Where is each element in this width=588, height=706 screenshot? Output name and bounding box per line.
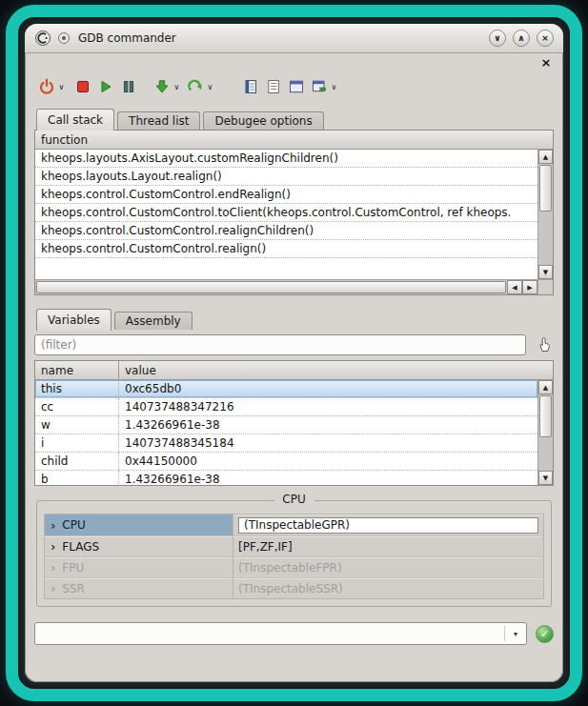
power-button[interactable]	[36, 77, 56, 96]
var-value-cell: 140737488347216	[119, 398, 537, 415]
filter-input[interactable]	[34, 334, 526, 355]
filter-hand-button[interactable]	[535, 335, 554, 354]
callstack-row[interactable]: kheops.control.CustomControl.realignChil…	[35, 222, 537, 240]
cpu-row[interactable]: › FLAGS [PF,ZF,IF]	[45, 535, 543, 556]
table-row[interactable]: cc 140737488347216	[35, 398, 537, 416]
run-button[interactable]	[95, 77, 115, 96]
pause-button[interactable]	[118, 77, 138, 96]
close-button[interactable]: ×	[537, 30, 554, 47]
variables-panel: name value this 0xc65db0 cc 140737488347…	[34, 360, 554, 486]
scrollbar-handle[interactable]	[539, 165, 552, 212]
maximize-button[interactable]: ∧	[513, 30, 530, 47]
tab-assembly[interactable]: Assembly	[114, 312, 193, 330]
command-bar: ▾ ✓	[34, 622, 554, 645]
var-name-cell: w	[35, 416, 119, 434]
scroll-up-icon[interactable]: ▲	[538, 150, 553, 164]
client-area: × ∨	[25, 53, 563, 682]
callstack-row[interactable]: kheops.control.CustomControl.endRealign(…	[35, 186, 537, 204]
scroll-down-icon[interactable]: ▼	[538, 471, 553, 485]
cpu-group-title: CPU	[274, 493, 314, 506]
variables-vertical-scrollbar[interactable]: ▲ ▼	[537, 380, 553, 485]
scrollbar-track[interactable]	[538, 394, 553, 471]
scrollbar-track[interactable]	[538, 164, 553, 265]
cpu-value-field[interactable]: (TInspectableGPR)	[238, 517, 538, 534]
scroll-down-icon[interactable]: ▼	[538, 265, 553, 279]
cpu-row[interactable]: › SSR (TInspectableSSR)	[45, 577, 543, 598]
hand-icon	[537, 336, 552, 353]
cpu-row-label: SSR	[62, 582, 85, 595]
table-row[interactable]: w 1.43266961e-38	[35, 416, 537, 434]
var-value-cell: 140737488345184	[119, 434, 537, 452]
spacer	[34, 295, 554, 307]
tab-variables[interactable]: Variables	[36, 309, 112, 331]
tab-call-stack[interactable]: Call stack	[36, 109, 114, 131]
callstack-horizontal-scrollbar[interactable]: ◀ ▶	[35, 279, 537, 294]
minimize-button[interactable]: ∨	[489, 30, 506, 47]
window-menu-icon[interactable]	[58, 32, 70, 44]
cpu-value-cell: (TInspectableFPR)	[233, 557, 543, 577]
command-combobox[interactable]: ▾	[34, 622, 527, 645]
dock-close-icon: ×	[541, 55, 552, 70]
variables-header: name value	[35, 361, 553, 380]
column-header-name[interactable]: name	[35, 361, 119, 379]
cpu-name-cell[interactable]: › CPU	[45, 514, 233, 535]
power-dropdown-icon[interactable]: ∨	[56, 83, 67, 91]
titlebar[interactable]: GDB commander ∨ ∧ ×	[25, 24, 563, 53]
column-header-value[interactable]: value	[119, 361, 553, 379]
expand-icon[interactable]: ›	[51, 561, 55, 574]
scrollbar-handle[interactable]	[539, 395, 552, 437]
callstack-column-header[interactable]: function	[35, 131, 553, 150]
step-dropdown-icon[interactable]: ∨	[172, 83, 182, 91]
window-frame: GDB commander ∨ ∧ × × ∨	[6, 5, 582, 701]
commands-dropdown-icon[interactable]: ∨	[329, 83, 339, 91]
stop-button[interactable]	[72, 77, 92, 96]
callstack-row[interactable]: kheops.control.CustomControl.realign()	[35, 240, 537, 258]
continue-button[interactable]	[185, 77, 205, 96]
callstack-row[interactable]: kheops.layouts.Layout.realign()	[35, 168, 537, 186]
scroll-up-icon[interactable]: ▲	[538, 380, 553, 394]
gdb-doc-button[interactable]	[240, 77, 260, 96]
window-title: GDB commander	[78, 31, 176, 45]
tab-thread-list[interactable]: Thread list	[117, 111, 200, 130]
table-row[interactable]: child 0x44150000	[35, 453, 537, 471]
run-icon	[97, 78, 114, 95]
cpu-row-label: CPU	[62, 518, 85, 532]
callstack-row[interactable]: kheops.layouts.AxisLayout.customRealignC…	[35, 150, 537, 168]
scrollbar-handle[interactable]	[36, 281, 506, 293]
scroll-left-icon[interactable]: ◀	[507, 280, 522, 294]
expand-icon[interactable]: ›	[51, 540, 55, 553]
expand-icon[interactable]: ›	[51, 582, 55, 595]
send-command-button[interactable]: ✓	[536, 625, 554, 643]
commands-window-button[interactable]	[309, 77, 329, 96]
filter-row	[34, 330, 554, 360]
cpu-name-cell[interactable]: › FPU	[45, 557, 233, 577]
output-doc-button[interactable]	[263, 77, 283, 96]
pause-icon	[120, 78, 137, 95]
expand-icon[interactable]: ›	[51, 519, 55, 532]
tab-debugee-options[interactable]: Debugee options	[203, 111, 323, 130]
callstack-panel: function kheops.layouts.AxisLayout.custo…	[34, 130, 554, 295]
cpu-name-cell[interactable]: › FLAGS	[45, 536, 233, 556]
stop-icon	[74, 78, 91, 95]
var-value-cell: 1.43266961e-38	[119, 416, 537, 434]
dock-close-button[interactable]: ×	[538, 56, 554, 70]
combo-dropdown-icon[interactable]: ▾	[505, 630, 526, 638]
callstack-row[interactable]: kheops.control.CustomControl.toClient(kh…	[35, 204, 537, 222]
cpu-name-cell[interactable]: › SSR	[45, 578, 233, 598]
cpu-row-label: FLAGS	[62, 540, 99, 554]
dock-header: ×	[34, 55, 554, 71]
scroll-right-icon[interactable]: ▶	[522, 280, 537, 294]
gdb-commander-window: GDB commander ∨ ∧ × × ∨	[25, 24, 563, 682]
callstack-vertical-scrollbar[interactable]: ▲ ▼	[537, 150, 553, 279]
step-button[interactable]	[152, 77, 172, 96]
table-row[interactable]: i 140737488345184	[35, 434, 537, 453]
var-name-cell: child	[35, 453, 119, 470]
table-row[interactable]: this 0xc65db0	[35, 380, 537, 398]
table-row[interactable]: b 1.43266961e-38	[35, 471, 537, 485]
continue-dropdown-icon[interactable]: ∨	[205, 83, 215, 91]
cpu-row[interactable]: › FPU (TInspectableFPR)	[45, 556, 543, 577]
debugee-window-button[interactable]	[286, 77, 306, 96]
cpu-row[interactable]: › CPU (TInspectableGPR)	[45, 514, 543, 535]
output-doc-icon	[265, 78, 282, 95]
callstack-list: kheops.layouts.AxisLayout.customRealignC…	[35, 150, 537, 279]
